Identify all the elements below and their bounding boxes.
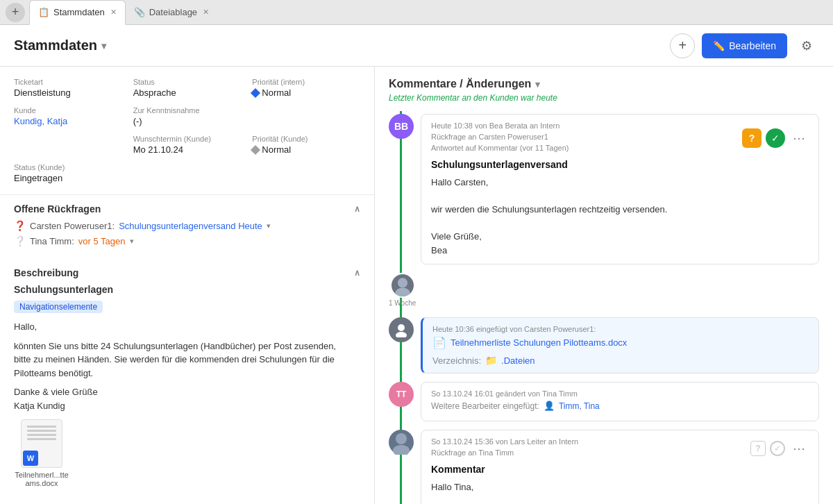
tab-dateiablage[interactable]: 📎 Dateiablage ✕ <box>126 0 217 25</box>
priority-diamond-icon <box>251 87 260 97</box>
comment-body-4: Hallo Tina, ... <box>431 480 809 504</box>
rueckfragen-section-header[interactable]: Offene Rückfragen ∧ <box>0 195 374 220</box>
title-chevron-icon[interactable]: ▾ <box>101 40 106 51</box>
settings-button[interactable]: ⚙ <box>794 33 819 58</box>
field-ticketart: Ticketart Dienstleistung <box>14 78 122 98</box>
page-title-text: Stammdaten <box>14 37 97 53</box>
new-tab-button[interactable]: + <box>6 3 25 22</box>
comment-meta-4a: So 13.10.24 15:36 von Lars Leiter an Int… <box>431 437 578 446</box>
week-label: 1 Woche <box>389 299 416 307</box>
field-prioritaet-intern-value: Normal <box>252 87 360 98</box>
attachment-item[interactable]: W Teilnehmerl...tteams.docx <box>14 419 69 487</box>
beschreibung-collapse-icon[interactable]: ∧ <box>354 268 360 278</box>
avatar: TT <box>389 382 414 407</box>
field-status-value: Absprache <box>133 87 242 98</box>
question-grey-button[interactable]: ? <box>750 441 766 456</box>
file-item[interactable]: 📄 Teilnehmerliste Schulungen Pilotteams.… <box>432 336 809 349</box>
tab-bar: + 📋 Stammdaten ✕ 📎 Dateiablage ✕ <box>0 0 833 25</box>
comment-entry: TT So 13.10.24 16:01 geändert von Tina T… <box>389 382 819 421</box>
field-wunschtermin: Wunschtermin (Kunde) Mo 21.10.24 <box>133 135 242 155</box>
file-meta: Heute 10:36 eingefügt von Carsten Poweru… <box>432 325 809 333</box>
beschreibung-section: Schulungsunterlagen Navigationselemente … <box>0 284 374 498</box>
tab-stammdaten[interactable]: 📋 Stammdaten ✕ <box>29 0 126 25</box>
field-prioritaet-kunde-value: Normal <box>252 144 360 155</box>
beschreibung-section-header[interactable]: Beschreibung ∧ <box>0 259 374 284</box>
word-badge: W <box>23 451 38 466</box>
comment-subject-1: Schulungsunterlagenversand <box>431 159 809 170</box>
desc-greeting: Hallo, <box>14 320 360 334</box>
comment-actions: ? ✓ ⋯ <box>742 128 809 148</box>
avatar-silhouette-icon <box>394 322 409 337</box>
desc-body1: könnten Sie uns bitte 24 Schulungsunterl… <box>14 339 360 380</box>
more-actions-4-button[interactable]: ⋯ <box>789 439 809 458</box>
grey-question-icon: ❔ <box>14 235 26 246</box>
comment-body-1: Hallo Carsten, wir werden die Schulungsu… <box>431 176 809 257</box>
comment-card-4: So 13.10.24 15:36 von Lars Leiter an Int… <box>421 430 819 504</box>
week-marker: 1 Woche <box>389 273 416 307</box>
dir-label: Verzeichnis: <box>432 355 481 366</box>
fields-section: Ticketart Dienstleistung Status Absprach… <box>0 67 374 195</box>
word-file-icon: 📄 <box>432 336 446 349</box>
rq-chevron-2-icon[interactable]: ▾ <box>130 237 134 246</box>
tab-stammdaten-label: Stammdaten <box>53 7 105 17</box>
comment-entry: So 13.10.24 15:36 von Lars Leiter an Int… <box>389 430 819 504</box>
field-kenntnisnahme-value: (-) <box>133 116 242 126</box>
field-kenntnisnahme-label: Zur Kenntnisnahme <box>133 106 242 115</box>
rq-user-1: Carsten Poweruser1: <box>30 221 115 231</box>
svg-point-3 <box>396 332 407 337</box>
list-item: ❓ Carsten Poweruser1: Schulungsunterlage… <box>14 220 360 231</box>
tab-stammdaten-icon: 📋 <box>38 7 49 17</box>
rq-link-1[interactable]: Schulungsunterlagenversand Heute <box>119 221 262 231</box>
field-ticketart-label: Ticketart <box>14 78 122 86</box>
right-panel: Kommentare / Änderungen ▾ Letzter Kommen… <box>375 67 833 504</box>
check-action-button[interactable]: ✓ <box>766 128 785 148</box>
comment-subject-4: Kommentar <box>431 464 809 475</box>
timeline: BB Heute 10:38 von Bea Berata an Intern … <box>375 111 833 504</box>
change-meta: So 13.10.24 16:01 geändert von Tina Timm <box>431 389 809 398</box>
beschreibung-title: Beschreibung <box>14 267 78 278</box>
user-icon: 👤 <box>544 401 555 411</box>
add-button[interactable]: + <box>670 33 695 58</box>
field-wunschtermin-value: Mo 21.10.24 <box>133 144 242 155</box>
field-prioritaet-intern: Priorität (intern) Normal <box>252 78 360 98</box>
list-item: ❔ Tina Timm: vor 5 Tagen ▾ <box>14 235 360 246</box>
app-header: Stammdaten ▾ + ✏️ Bearbeiten ⚙ <box>0 25 833 67</box>
page-title: Stammdaten ▾ <box>14 37 106 53</box>
comment-meta-row: Heute 10:38 von Bea Berata an Intern Rüc… <box>431 121 809 155</box>
svg-point-2 <box>398 324 405 331</box>
tab-dateiablage-close[interactable]: ✕ <box>203 8 209 17</box>
rq-chevron-1-icon[interactable]: ▾ <box>267 221 271 230</box>
comment-actions-4: ? ✓ ⋯ <box>750 439 809 458</box>
field-kunde-value[interactable]: Kundig, Katja <box>14 116 122 126</box>
field-status-label: Status <box>133 78 242 86</box>
change-row: Weitere Bearbeiter eingefügt: 👤 Timm, Ti… <box>431 401 809 411</box>
comments-chevron-icon[interactable]: ▾ <box>535 79 540 90</box>
field-status: Status Absprache <box>133 78 242 98</box>
directory-row: Verzeichnis: 📁 .Dateien <box>432 355 809 366</box>
rq-user-2: Tina Timm: <box>30 236 74 246</box>
comment-meta-3: Antwortet auf Kommentar (vor 11 Tagen) <box>431 144 569 152</box>
check-grey-button[interactable]: ✓ <box>770 441 785 456</box>
question-action-button[interactable]: ? <box>742 128 762 148</box>
more-actions-button[interactable]: ⋯ <box>789 128 809 148</box>
priority-diamond-kunde-icon <box>251 144 260 154</box>
field-kunde-label: Kunde <box>14 106 122 115</box>
dir-link[interactable]: .Dateien <box>501 355 535 366</box>
change-user-link[interactable]: Timm, Tina <box>559 401 600 411</box>
change-card: So 13.10.24 16:01 geändert von Tina Timm… <box>421 382 819 421</box>
week-marker-container: 1 Woche <box>389 273 819 314</box>
comment-meta-2: Rückfrage an Carsten Poweruser1 <box>431 133 569 141</box>
folder-icon: 📁 <box>485 355 497 366</box>
desc-tag[interactable]: Navigationselemente <box>14 301 103 313</box>
svg-point-5 <box>393 445 410 455</box>
comment-entry: Heute 10:36 eingefügt von Carsten Poweru… <box>389 317 819 373</box>
edit-button[interactable]: ✏️ Bearbeiten <box>702 33 787 58</box>
field-status-kunde: Status (Kunde) Eingetragen <box>14 163 122 183</box>
avatar <box>389 430 414 455</box>
edit-button-label: Bearbeiten <box>729 40 776 51</box>
rq-time-2[interactable]: vor 5 Tagen <box>78 236 126 246</box>
change-label: Weitere Bearbeiter eingefügt: <box>431 401 539 411</box>
rueckfragen-collapse-icon[interactable]: ∧ <box>354 204 360 214</box>
field-wunschtermin-label: Wunschtermin (Kunde) <box>133 135 242 143</box>
tab-stammdaten-close[interactable]: ✕ <box>110 8 117 17</box>
